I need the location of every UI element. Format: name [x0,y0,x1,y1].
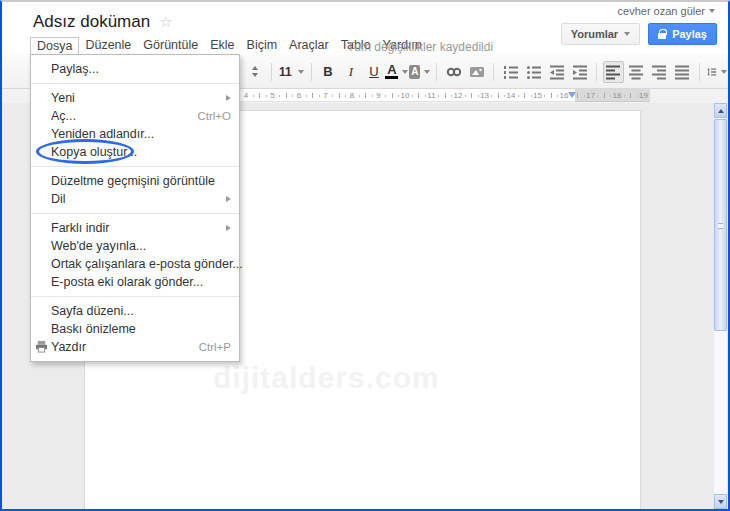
menu-item-label: Aç... [51,109,197,123]
file-menu-item-yeni[interactable]: Yeni [31,89,239,107]
ruler-tick [504,95,505,97]
file-menu-item-yazd-r[interactable]: YazdırCtrl+P [31,338,239,356]
menubar-item-ara-lar[interactable]: Araçlar [283,37,335,55]
ruler-tick [624,95,625,97]
ruler-number: 10 [401,91,410,100]
numbered-list-button[interactable] [500,61,521,83]
file-menu-item-e-posta-eki-olarak-g-nder[interactable]: E-posta eki olarak gönder... [31,273,239,291]
line-spacing-button[interactable] [706,61,727,83]
font-size-select[interactable]: 11 [278,61,305,83]
ruler-tick [465,95,466,97]
ruler-tick [359,95,360,97]
lock-icon [658,33,666,39]
printer-icon [35,340,48,356]
document-title[interactable]: Adsız doküman ☆ [33,12,173,32]
align-left-button[interactable] [603,61,624,83]
menu-divider [31,213,239,214]
file-menu-item-ortak-al-anlara-e-posta-g-nder[interactable]: Ortak çalışanlara e-posta gönder... [31,255,239,273]
ruler-tick [365,93,366,98]
account-menu[interactable]: cevher ozan güler [618,5,715,17]
ruler-tick [418,93,419,98]
submenu-arrow-icon [226,196,231,202]
menu-item-label: Yazdır [51,340,199,354]
indent-icon [571,63,589,81]
file-menu-item-sayfa-d-zeni[interactable]: Sayfa düzeni... [31,302,239,320]
chevron-down-icon [402,70,408,74]
menu-item-shortcut: Ctrl+P [199,341,231,353]
ruler-number: 6 [297,91,301,100]
chevron-down-icon [298,70,304,74]
ruler-tick [306,95,307,97]
ruler-number: 4 [244,91,248,100]
scrollbar-thumb[interactable] [714,119,727,331]
ruler-tick [253,95,254,97]
ruler-tick [597,95,598,97]
file-menu-item-web-de-yay-nla[interactable]: Web'de yayınla... [31,237,239,255]
outdent-button[interactable] [546,61,567,83]
outdent-icon [548,63,566,81]
text-color-button[interactable]: A [386,61,407,83]
align-right-icon [650,63,668,81]
file-menu-item-kopya-olu-tur[interactable]: Kopya oluştur... [31,143,239,161]
file-menu-item-yeniden-adland-r[interactable]: Yeniden adlandır... [31,125,239,143]
ruler-tick [531,95,532,97]
menu-item-label: Web'de yayınla... [51,239,231,253]
file-menu-item-bask-nizleme[interactable]: Baskı önizleme [31,320,239,338]
ruler-tick [312,93,313,98]
chevron-down-icon [709,9,715,13]
font-size-stepper[interactable] [244,61,265,83]
ruler-tick [630,93,631,98]
ruler-tick [412,95,413,97]
bulleted-list-button[interactable] [523,61,544,83]
share-button[interactable]: Paylaş [648,23,717,45]
underline-button[interactable]: U [363,61,384,83]
menu-item-label: Baskı önizleme [51,322,231,336]
bold-button[interactable]: B [317,61,338,83]
menubar-item-d-zenle[interactable]: Düzenle [79,37,137,55]
menu-divider [31,296,239,297]
comments-button[interactable]: Yorumlar [561,23,640,45]
chevron-down-icon [424,70,430,74]
scroll-down-button[interactable] [714,494,727,509]
align-left-icon [604,63,622,81]
link-icon [445,63,463,81]
italic-button[interactable]: I [340,61,361,83]
file-menu-item-payla[interactable]: Paylaş... [31,60,239,78]
insert-link-button[interactable] [443,61,464,83]
star-icon[interactable]: ☆ [159,13,172,31]
ruler-tick [544,95,545,97]
highlight-color-icon: A [409,65,420,79]
ruler-tick [332,95,333,97]
file-menu-item-dil[interactable]: Dil [31,190,239,208]
ruler-number: 15 [533,91,542,100]
justify-button[interactable] [672,61,693,83]
file-menu-dropdown: Paylaş...YeniAç...Ctrl+OYeniden adlandır… [30,54,240,362]
file-menu-item-d-zeltme-ge-mi-ini-g-r-nt-le[interactable]: Düzeltme geçmişini görüntüle [31,172,239,190]
toolbar-separator [436,63,437,81]
scrollbar-grip [718,223,723,229]
align-center-icon [627,63,645,81]
highlight-color-button[interactable]: A [409,61,430,83]
menubar-item-dosya[interactable]: Dosya [30,37,79,55]
ruler-number: 13 [480,91,489,100]
align-center-button[interactable] [626,61,647,83]
align-right-button[interactable] [649,61,670,83]
right-indent-marker[interactable] [568,92,576,98]
save-status: Tüm değişiklikler kaydedildi [347,40,493,54]
indent-button[interactable] [569,61,590,83]
scroll-up-button[interactable] [714,103,727,118]
menu-item-label: Farklı indir [51,221,226,235]
image-icon [468,63,486,81]
file-menu-item-farkl-indir[interactable]: Farklı indir [31,219,239,237]
ruler-tick [372,95,373,97]
text-color-icon: A [385,64,398,79]
toolbar-separator [699,63,700,81]
arrow-up-icon [252,66,258,70]
vertical-scrollbar[interactable] [714,103,727,509]
menubar-item-bi-im[interactable]: Biçim [241,37,284,55]
ruler-tick [498,93,499,98]
insert-image-button[interactable] [466,61,487,83]
menubar-item-g-r-nt-le[interactable]: Görüntüle [137,37,204,55]
file-menu-item-a[interactable]: Aç...Ctrl+O [31,107,239,125]
menubar-item-ekle[interactable]: Ekle [204,37,240,55]
